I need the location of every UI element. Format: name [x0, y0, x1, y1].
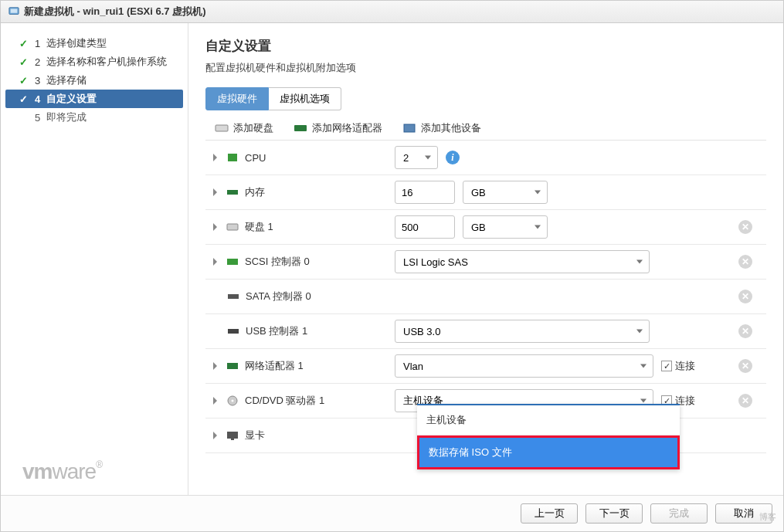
sata-icon	[227, 291, 239, 302]
cpu-icon	[226, 152, 239, 163]
caret-icon[interactable]	[213, 397, 217, 405]
row-cpu: CPU 2 i	[205, 141, 766, 175]
svg-point-13	[232, 400, 234, 402]
step-3[interactable]: 3 选择存储	[1, 71, 188, 90]
scsi-type-select[interactable]: LSI Logic SAS	[395, 250, 650, 273]
video-icon	[226, 430, 239, 441]
disk-size-input[interactable]	[395, 215, 455, 239]
remove-icon[interactable]	[738, 255, 752, 269]
check-icon	[18, 75, 29, 86]
window-title: 新建虚拟机 - win_rui1 (ESXi 6.7 虚拟机)	[24, 5, 205, 19]
device-icon	[402, 123, 416, 134]
next-button[interactable]: 下一页	[585, 503, 643, 524]
svg-rect-11	[227, 363, 238, 369]
usb-icon	[227, 326, 239, 337]
memory-icon	[226, 187, 239, 198]
caret-icon[interactable]	[213, 188, 217, 196]
caret-icon[interactable]	[213, 223, 217, 231]
svg-rect-1	[11, 9, 18, 13]
nic-icon	[294, 123, 307, 134]
svg-rect-10	[228, 329, 239, 334]
svg-rect-3	[294, 125, 307, 131]
disk-icon	[226, 222, 239, 232]
tab-vm-options[interactable]: 虚拟机选项	[269, 87, 341, 110]
row-memory: 内存 GB	[205, 175, 766, 210]
hardware-toolbar: 添加硬盘 添加网络适配器 添加其他设备	[205, 121, 766, 135]
remove-icon[interactable]	[738, 359, 752, 373]
svg-rect-4	[404, 124, 415, 132]
disk-unit-select[interactable]: GB	[463, 215, 548, 239]
row-scsi: SCSI 控制器 0 LSI Logic SAS	[205, 245, 766, 280]
prev-button[interactable]: 上一页	[521, 503, 578, 524]
svg-rect-6	[227, 190, 238, 195]
checkbox-icon	[661, 361, 672, 371]
svg-rect-8	[227, 259, 238, 265]
step-1[interactable]: 1 选择创建类型	[1, 34, 188, 53]
page-title: 自定义设置	[205, 37, 766, 55]
vm-icon	[8, 6, 19, 17]
row-sata: SATA 控制器 0	[205, 280, 766, 314]
check-icon	[18, 56, 29, 67]
usb-type-select[interactable]: USB 3.0	[395, 320, 650, 343]
dropdown-option-host-device[interactable]: 主机设备	[417, 405, 680, 435]
caret-icon[interactable]	[213, 154, 217, 161]
svg-rect-2	[216, 125, 228, 131]
svg-rect-15	[231, 439, 234, 440]
memory-input[interactable]	[395, 181, 455, 204]
title-bar: 新建虚拟机 - win_rui1 (ESXi 6.7 虚拟机)	[1, 1, 783, 23]
wizard-sidebar: 1 选择创建类型 2 选择名称和客户机操作系统 3 选择存储 4 自定义设置 5…	[1, 23, 188, 495]
wizard-footer: 上一页 下一页 完成 取消	[1, 495, 783, 531]
scsi-icon	[226, 256, 239, 267]
row-nic: 网络适配器 1 Vlan 连接	[205, 349, 766, 384]
caret-icon[interactable]	[213, 258, 217, 266]
nic-connect-checkbox[interactable]: 连接	[661, 359, 695, 373]
cpu-count-select[interactable]: 2	[395, 146, 438, 169]
memory-unit-select[interactable]: GB	[463, 181, 548, 204]
add-disk-button[interactable]: 添加硬盘	[215, 121, 273, 135]
nic-icon	[226, 361, 239, 371]
svg-rect-7	[227, 224, 238, 230]
caret-icon[interactable]	[213, 362, 217, 370]
step-2[interactable]: 2 选择名称和客户机操作系统	[1, 53, 188, 71]
vmware-logo: vmware®	[1, 459, 188, 484]
remove-icon[interactable]	[738, 394, 752, 408]
remove-icon[interactable]	[738, 220, 752, 234]
tabs: 虚拟硬件 虚拟机选项	[205, 87, 766, 110]
dropdown-option-datastore-iso[interactable]: 数据存储 ISO 文件	[417, 435, 680, 469]
svg-rect-14	[227, 432, 238, 439]
step-5[interactable]: 5 即将完成	[1, 108, 188, 127]
cd-icon	[226, 395, 239, 406]
svg-rect-9	[228, 294, 239, 299]
tab-hardware[interactable]: 虚拟硬件	[205, 87, 269, 110]
caret-icon[interactable]	[213, 432, 217, 439]
nic-network-select[interactable]: Vlan	[395, 354, 653, 378]
cddvd-dropdown-menu: 主机设备 数据存储 ISO 文件	[417, 404, 680, 469]
info-icon[interactable]: i	[446, 151, 460, 164]
row-usb: USB 控制器 1 USB 3.0	[205, 314, 766, 349]
disk-icon	[215, 123, 229, 134]
remove-icon[interactable]	[738, 324, 752, 338]
finish-button: 完成	[650, 503, 708, 524]
add-nic-button[interactable]: 添加网络适配器	[294, 121, 382, 135]
svg-rect-5	[228, 154, 237, 161]
vm-wizard-dialog: 新建虚拟机 - win_rui1 (ESXi 6.7 虚拟机) 1 选择创建类型…	[0, 0, 784, 532]
remove-icon[interactable]	[738, 290, 752, 303]
check-icon	[18, 93, 29, 104]
step-4[interactable]: 4 自定义设置	[5, 90, 183, 108]
row-disk: 硬盘 1 GB	[205, 210, 766, 245]
check-icon	[18, 38, 29, 49]
add-other-button[interactable]: 添加其他设备	[402, 121, 481, 135]
page-subtitle: 配置虚拟机硬件和虚拟机附加选项	[205, 61, 766, 75]
watermark-text: 博客	[759, 511, 776, 523]
